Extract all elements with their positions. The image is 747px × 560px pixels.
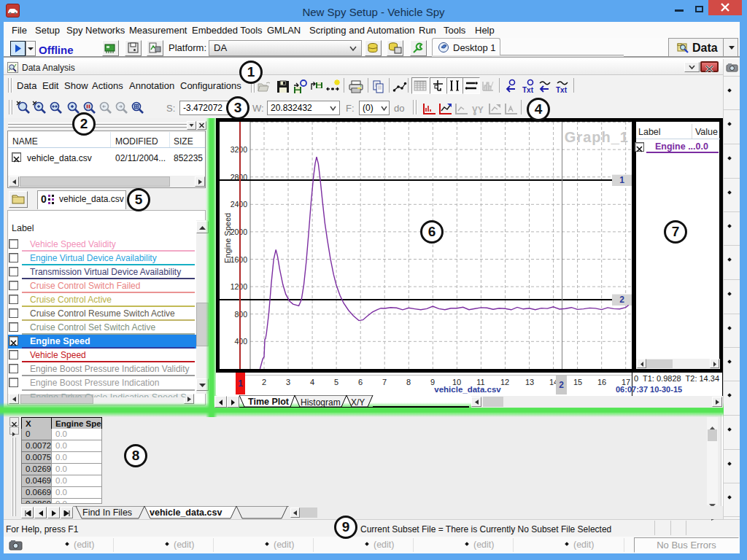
svg-text:ƔY: ƔY	[472, 105, 484, 115]
svg-text:Txt: Txt	[556, 86, 568, 94]
svg-text:Txt: Txt	[522, 86, 534, 94]
